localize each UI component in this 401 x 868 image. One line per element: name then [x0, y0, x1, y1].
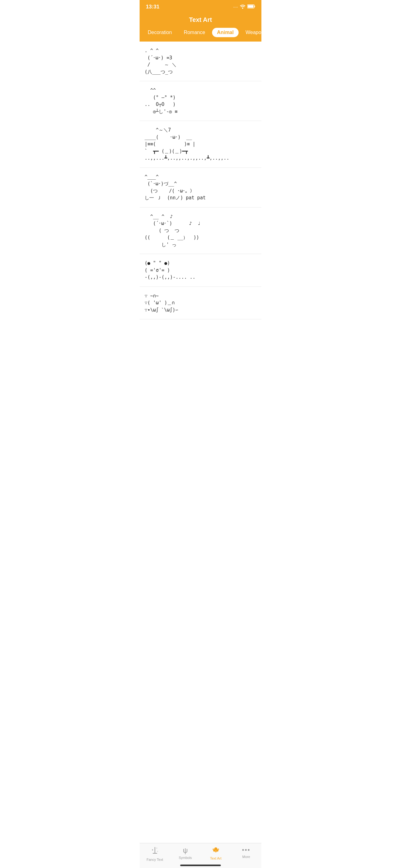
header-title: Text Art: [140, 16, 261, 24]
app-header: Text Art: [140, 14, 261, 28]
tab-animal[interactable]: Animal: [212, 28, 239, 37]
art-text-3: ^～＼7 ____( ･ω･) __ |≡≡( )≡ | ` ┳━ (＿)(＿)…: [144, 127, 257, 162]
art-text-6: (● " " ●) ( ='σ'= ) -(,,)-(,,)-.... ..: [144, 260, 257, 281]
svg-rect-2: [255, 6, 255, 7]
signal-icon: ····: [233, 4, 238, 9]
tab-decoration[interactable]: Decoration: [143, 28, 177, 37]
art-text-2: ^^ (° ―° *) .. O┬O ) ◎┴し'-◎ ≡: [144, 87, 257, 115]
status-time: 13:31: [146, 4, 159, 10]
tab-weapons[interactable]: Weapons: [240, 28, 261, 37]
art-text-1: . ^ ^ (´･ω･) =3 / ～ ＼ (八___つ_つ: [144, 47, 257, 75]
art-text-4: ^___^ (`･ω･)づ__^ (つ /( ･ω･。） し一 Ｊ (nnノ) …: [144, 174, 257, 202]
status-icons: ····: [233, 4, 255, 10]
tab-romance[interactable]: Romance: [179, 28, 210, 37]
category-tabs: Decoration Romance Animal Weapons Emotio…: [140, 28, 261, 41]
art-item-3[interactable]: ^～＼7 ____( ･ω･) __ |≡≡( )≡ | ` ┳━ (＿)(＿)…: [140, 121, 261, 168]
svg-point-0: [242, 7, 243, 9]
art-text-7: ∵ ~∩~ ∵( 'ω' )＿∩ ∵∙\ω∫ ˋ\ω∫)∽: [144, 292, 257, 314]
art-item-6[interactable]: (● " " ●) ( ='σ'= ) -(,,)-(,,)-.... ..: [140, 254, 261, 287]
art-item-4[interactable]: ^___^ (`･ω･)づ__^ (つ /( ･ω･。） し一 Ｊ (nnノ) …: [140, 168, 261, 208]
battery-icon: [247, 4, 255, 9]
art-item-1[interactable]: . ^ ^ (´･ω･) =3 / ～ ＼ (八___つ_つ: [140, 41, 261, 81]
status-bar: 13:31 ····: [140, 0, 261, 14]
art-item-7[interactable]: ∵ ~∩~ ∵( 'ω' )＿∩ ∵∙\ω∫ ˋ\ω∫)∽: [140, 287, 261, 320]
svg-rect-3: [248, 5, 254, 8]
wifi-icon: [240, 4, 245, 10]
art-item-5[interactable]: ^__ ^ ♪ (´･ω･`) ♪ ♩ ( つ つ (( (＿ __） )) し…: [140, 208, 261, 254]
art-item-2[interactable]: ^^ (° ―° *) .. O┬O ) ◎┴し'-◎ ≡: [140, 81, 261, 121]
content-area: . ^ ^ (´･ω･) =3 / ～ ＼ (八___つ_つ ^^ (° ―° …: [140, 41, 261, 344]
art-text-5: ^__ ^ ♪ (´･ω･`) ♪ ♩ ( つ つ (( (＿ __） )) し…: [144, 213, 257, 248]
